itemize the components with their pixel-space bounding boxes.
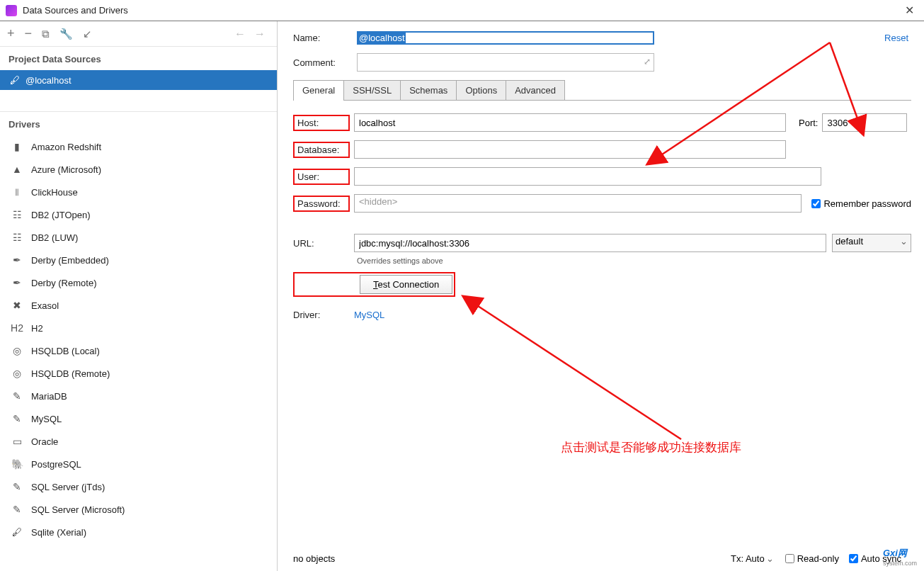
driver-icon: ✖ [10,300,24,311]
right-panel: Reset Name: @localhost Comment: ⤢ Genera… [278,21,924,571]
driver-icon: ✎ [10,390,24,402]
tab-bar: General SSH/SSL Schemas Options Advanced [293,80,911,101]
remember-password-checkbox[interactable]: Remember password [811,198,911,209]
driver-link[interactable]: MySQL [354,310,384,320]
tab-schemas[interactable]: Schemas [400,80,457,100]
title-bar: Data Sources and Drivers ✕ [0,0,924,21]
driver-label: SQL Server (jTds) [31,482,105,492]
driver-item[interactable]: 🖋Sqlite (Xerial) [0,521,277,543]
chevron-down-icon: ⌄ [900,236,908,247]
user-input[interactable] [354,167,821,186]
driver-label: Exasol [31,300,59,311]
driver-label: Driver: [293,310,354,320]
driver-label: Derby (Embedded) [31,255,109,266]
driver-item[interactable]: ☷DB2 (JTOpen) [0,203,277,226]
driver-label: Sqlite (Xerial) [31,527,86,538]
tab-ssh-ssl[interactable]: SSH/SSL [343,80,401,100]
watermark: Gxi网 system.com [883,547,917,567]
name-label: Name: [293,33,357,43]
database-label: Database: [293,142,350,158]
driver-label: ClickHouse [31,187,78,198]
drivers-header: Drivers [0,112,277,135]
driver-item[interactable]: ✎SQL Server (jTds) [0,475,277,498]
driver-item[interactable]: ▲Azure (Microsoft) [0,158,277,181]
data-source-label: @localhost [25,75,72,86]
driver-icon: ▭ [10,436,24,447]
reset-link[interactable]: Reset [884,33,908,43]
database-input[interactable] [354,140,786,159]
app-icon [6,5,17,16]
driver-item[interactable]: ▮Amazon Redshift [0,135,277,158]
driver-item[interactable]: ⦀ClickHouse [0,181,277,203]
driver-label: Azure (Microsoft) [31,164,101,175]
driver-label: Amazon Redshift [31,142,101,152]
user-label: User: [293,169,350,185]
host-input[interactable] [354,113,786,132]
test-connection-highlight: Test Connection [293,272,455,297]
settings-button[interactable]: 🔧 [59,28,73,40]
remove-button[interactable]: − [25,26,33,41]
port-input[interactable] [822,113,907,132]
expand-icon[interactable]: ⤢ [644,57,651,67]
driver-icon: ☷ [10,232,24,243]
override-note: Overrides settings above [357,256,911,265]
tab-advanced[interactable]: Advanced [506,80,565,100]
driver-icon: ✎ [10,504,24,515]
nav-forward-icon[interactable]: → [254,28,266,40]
driver-item[interactable]: ✎SQL Server (Microsoft) [0,498,277,521]
bottom-bar: no objects Tx: Auto⌄ Read-only Auto sync [293,553,911,564]
driver-icon: ✎ [10,481,24,492]
import-button[interactable]: ↙ [83,28,92,40]
svg-line-2 [476,305,681,439]
driver-icon: ◎ [10,368,24,379]
driver-item[interactable]: ◎HSQLDB (Local) [0,339,277,362]
driver-icon: H2 [10,322,24,334]
left-toolbar: + − ⧉ 🔧 ↙ ← → [0,21,277,47]
tab-options[interactable]: Options [456,80,506,100]
driver-label: H2 [31,323,43,334]
tx-auto-select[interactable]: Tx: Auto⌄ [731,553,774,564]
window-title: Data Sources and Drivers [23,5,901,16]
driver-item[interactable]: ✒Derby (Remote) [0,271,277,294]
driver-icon: ▮ [10,141,24,152]
feather-icon: 🖋 [10,74,20,86]
data-source-item[interactable]: 🖋 @localhost [0,70,277,90]
url-mode-select[interactable]: default ⌄ [832,234,911,252]
drivers-list: ▮Amazon Redshift▲Azure (Microsoft)⦀Click… [0,135,277,571]
driver-item[interactable]: ☷DB2 (LUW) [0,226,277,249]
test-connection-button[interactable]: Test Connection [360,275,452,294]
driver-item[interactable]: H2H2 [0,317,277,339]
driver-item[interactable]: ▭Oracle [0,430,277,453]
password-input[interactable]: <hidden> [354,194,802,213]
name-input[interactable]: @localhost [357,31,654,45]
url-label: URL: [293,238,354,249]
add-button[interactable]: + [7,26,15,41]
host-label: Host: [293,115,350,131]
driver-item[interactable]: 🐘PostgreSQL [0,453,277,475]
tab-general[interactable]: General [293,80,344,100]
driver-icon: ⦀ [10,186,24,198]
driver-label: DB2 (LUW) [31,232,78,243]
annotation-text: 点击测试是否能够成功连接数据库 [561,439,741,456]
driver-item[interactable]: ✖Exasol [0,294,277,317]
driver-icon: ✒ [10,277,24,288]
project-data-sources-header: Project Data Sources [0,47,277,70]
copy-button[interactable]: ⧉ [42,28,50,40]
driver-icon: ◎ [10,345,24,356]
driver-icon: ☷ [10,209,24,220]
comment-input[interactable]: ⤢ [357,53,654,72]
driver-item[interactable]: ✎MySQL [0,407,277,430]
driver-item[interactable]: ◎HSQLDB (Remote) [0,362,277,385]
comment-label: Comment: [293,57,357,68]
read-only-checkbox[interactable]: Read-only [785,553,839,564]
driver-item[interactable]: ✒Derby (Embedded) [0,249,277,271]
nav-back-icon[interactable]: ← [234,28,246,40]
chevron-down-icon: ⌄ [766,553,774,564]
driver-item[interactable]: ✎MariaDB [0,385,277,407]
port-label: Port: [799,118,818,128]
driver-label: Derby (Remote) [31,278,96,288]
url-input[interactable] [354,234,826,252]
close-icon[interactable]: ✕ [901,4,918,17]
driver-label: DB2 (JTOpen) [31,210,91,220]
password-label: Password: [293,196,350,212]
